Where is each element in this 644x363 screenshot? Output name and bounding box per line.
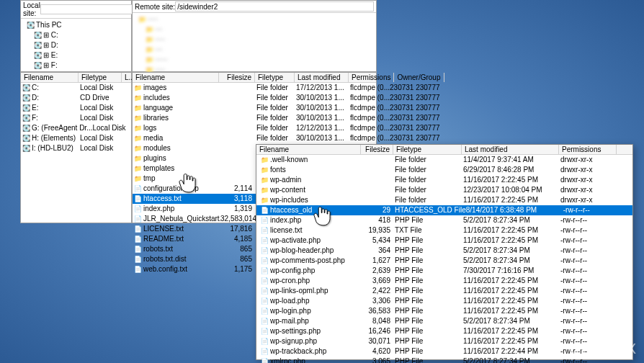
col-filename[interactable]: Filename: [256, 145, 361, 154]
tree-item[interactable]: This PC: [24, 20, 128, 30]
file-type: PHP File: [395, 215, 463, 225]
table-row[interactable]: htaccess_old29HTACCESS_OLD File8/14/2017…: [256, 205, 632, 215]
table-row[interactable]: imagesFile folder17/12/2013 1...flcdmpe …: [133, 83, 376, 93]
file-size: 865: [220, 254, 256, 264]
list-item[interactable]: I: (HD-LBU2)Local Disk: [21, 143, 131, 153]
table-row[interactable]: .well-knownFile folder11/4/2017 9:37:41 …: [256, 155, 632, 165]
file-size: 1,175: [220, 264, 256, 274]
overlay-file-list: Filename Filesize Filetype Last modified…: [256, 144, 633, 360]
table-row[interactable]: wp-comments-post.php1,627PHP File5/2/201…: [256, 256, 632, 266]
file-size: [220, 174, 256, 184]
file-size: 8,048: [362, 316, 395, 326]
table-row[interactable]: wp-login.php36,583PHP File11/16/2017 2:2…: [256, 306, 632, 316]
tree-item[interactable]: ▫▫▫▫▫: [135, 55, 373, 65]
table-row[interactable]: wp-cron.php3,669PHP File11/16/2017 2:22:…: [256, 276, 632, 286]
table-row[interactable]: wp-links-opml.php2,422PHP File11/16/2017…: [256, 286, 632, 296]
file-size: 4,620: [362, 346, 395, 357]
table-row[interactable]: wp-load.php3,306PHP File11/16/2017 2:22:…: [256, 296, 632, 306]
column-header[interactable]: Filename Filesize Filetype Last modified…: [256, 145, 632, 155]
col-filesize[interactable]: Filesize: [361, 145, 393, 154]
table-row[interactable]: logsFile folder12/12/2013 1...flcdmpe (0…: [133, 123, 376, 133]
table-row[interactable]: wp-config.php2,639PHP File7/30/2017 7:16…: [256, 266, 632, 276]
file-name: index.php: [134, 204, 220, 214]
col-permissions[interactable]: Permissions: [349, 73, 394, 82]
file-type: File folder: [256, 103, 296, 113]
file-size: 1,627: [362, 256, 395, 266]
list-item[interactable]: G: (FreeAgent Dr...Local Disk: [21, 123, 131, 133]
col-filename[interactable]: Filename: [133, 73, 219, 82]
file-size: 3,306: [362, 296, 395, 306]
table-row[interactable]: wp-includesFile folder11/16/2017 2:22:45…: [256, 195, 632, 205]
table-row[interactable]: wp-adminFile folder11/16/2017 2:22:45 PM…: [256, 175, 632, 185]
table-row[interactable]: wp-contentFile folder12/23/2017 10:08:04…: [256, 185, 632, 195]
table-row[interactable]: languageFile folder30/10/2013 1...flcdmp…: [133, 103, 376, 113]
file-name: logs: [134, 123, 220, 133]
column-header[interactable]: Filename Filesize Filetype Last modified…: [133, 73, 376, 83]
file-perm: -rw-r--r--: [563, 205, 621, 215]
remote-site-path-input[interactable]: [175, 1, 374, 12]
table-row[interactable]: mediaFile folder30/10/2013 1...flcdmpe (…: [133, 133, 376, 143]
table-row[interactable]: wp-blog-header.php364PHP File5/2/2017 8:…: [256, 246, 632, 256]
remote-tree[interactable]: ▫▫▫▫ ▫▫▫ ▫▫▫▫ ▫▫▫ ▫▫▫▫▫ ▫▫▫▫: [133, 13, 376, 76]
drive-name: D:: [22, 93, 80, 103]
table-row[interactable]: includesFile folder30/10/2013 1...flcdmp…: [133, 93, 376, 103]
table-row[interactable]: librariesFile folder30/10/2013 1...flcdm…: [133, 113, 376, 123]
file-name: wp-settings.php: [258, 326, 362, 336]
list-item[interactable]: D:CD Drive: [21, 93, 131, 103]
list-item[interactable]: E:Local Disk: [21, 103, 131, 113]
local-site-path-input[interactable]: [40, 4, 136, 14]
local-file-list[interactable]: C:Local DiskD:CD DriveE:Local DiskF:Loca…: [21, 83, 131, 153]
file-name: modules: [134, 143, 220, 153]
file-name: templates: [134, 163, 220, 174]
col-filetype[interactable]: Filetype: [255, 73, 295, 82]
file-modified: 11/16/2017 2:22:45 PM: [463, 336, 560, 346]
tree-item[interactable]: ▫▫▫: [135, 45, 373, 55]
table-row[interactable]: wp-activate.php5,434PHP File11/16/2017 2…: [256, 236, 632, 246]
file-type: PHP File: [395, 296, 463, 306]
tree-item[interactable]: ▫▫▫▫: [135, 35, 373, 45]
file-name: wp-load.php: [258, 296, 362, 306]
col-lastmod[interactable]: Last modified: [462, 145, 559, 154]
file-size: [220, 123, 256, 133]
table-row[interactable]: license.txt19,935TXT File11/16/2017 2:22…: [256, 225, 632, 236]
file-modified: 30/10/2013 1...: [296, 113, 350, 123]
file-size: 364: [362, 246, 395, 256]
overlay-file-rows[interactable]: .well-knownFile folder11/4/2017 9:37:41 …: [256, 155, 632, 363]
tree-item[interactable]: ⊞ E:: [24, 50, 128, 60]
list-item[interactable]: H: (Elements)Local Disk: [21, 133, 131, 143]
table-row[interactable]: index.php418PHP File5/2/2017 8:27:34 PM-…: [256, 215, 632, 225]
file-name: language: [134, 103, 220, 113]
tree-item[interactable]: ▫▫▫: [135, 24, 373, 35]
file-modified: 5/2/2017 8:27:34 PM: [463, 316, 560, 326]
file-modified: 11/16/2017 2:22:45 PM: [463, 225, 560, 236]
file-type: PHP File: [395, 236, 463, 246]
tree-item[interactable]: ⊞ F:: [24, 60, 128, 71]
column-header[interactable]: Filename Filetype L...: [21, 73, 131, 83]
tree-item[interactable]: ▫▫▫▫: [135, 14, 373, 24]
list-item[interactable]: C:Local Disk: [21, 83, 131, 93]
table-row[interactable]: xmlrpc.php3,065PHP File5/2/2017 8:27:34 …: [256, 357, 632, 363]
table-row[interactable]: fontsFile folder6/29/2017 8:46:28 PMdrwx…: [256, 165, 632, 175]
tree-item[interactable]: ⊞ D:: [24, 40, 128, 50]
col-filename[interactable]: Filename: [21, 73, 79, 82]
file-name: wp-cron.php: [258, 276, 362, 286]
col-filesize[interactable]: Filesize: [219, 73, 255, 82]
col-filetype[interactable]: Filetype: [393, 145, 462, 154]
file-size: 30,071: [362, 336, 395, 346]
file-type: PHP File: [395, 256, 463, 266]
col-permissions[interactable]: Permissions: [559, 145, 617, 154]
drive-name: I: (HD-LBU2): [22, 143, 80, 153]
file-type: File folder: [395, 195, 463, 205]
col-ownergroup[interactable]: Owner/Group: [394, 73, 444, 82]
file-name: JLR_Nebula_Quickstart...: [134, 214, 220, 224]
col-filetype[interactable]: Filetype: [79, 73, 122, 82]
table-row[interactable]: wp-mail.php8,048PHP File5/2/2017 8:27:34…: [256, 316, 632, 326]
file-perm: drwxr-xr-x: [560, 155, 618, 165]
table-row[interactable]: wp-settings.php16,246PHP File11/16/2017 …: [256, 326, 632, 336]
list-item[interactable]: F:Local Disk: [21, 113, 131, 123]
file-name: wp-includes: [258, 195, 362, 205]
col-lastmod[interactable]: Last modified: [295, 73, 349, 82]
file-owner: 230731 230777: [390, 93, 440, 103]
tree-item[interactable]: ⊞ C:: [24, 30, 128, 40]
file-size: [220, 83, 256, 93]
